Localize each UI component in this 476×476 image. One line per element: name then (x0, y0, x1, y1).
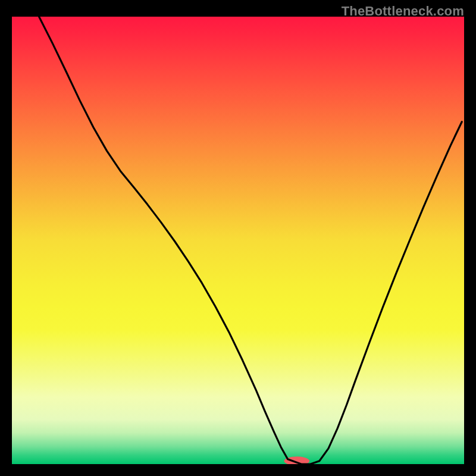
gradient-background (12, 17, 464, 464)
bottleneck-chart (12, 17, 464, 464)
app-frame: TheBottleneck.com (0, 0, 476, 476)
